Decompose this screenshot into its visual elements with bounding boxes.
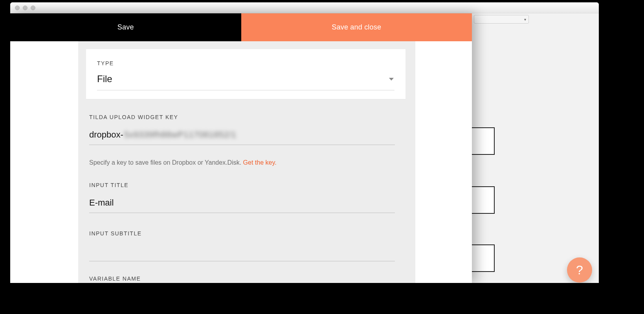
input-title-field: INPUT TITLE	[78, 167, 415, 213]
type-select-value: File	[97, 73, 112, 84]
save-button-label: Save	[117, 23, 134, 31]
background-input-box[interactable]	[471, 186, 495, 214]
window-body: ▾ Save Save and close	[10, 13, 599, 283]
background-select[interactable]: ▾	[474, 15, 529, 24]
chevron-down-icon: ▾	[524, 17, 526, 22]
widget-key-helper: Specify a key to save files on Dropbox o…	[78, 145, 415, 167]
variable-name-label: VARIABLE NAME	[89, 275, 395, 282]
input-title-input[interactable]	[89, 195, 395, 213]
variable-name-field: VARIABLE NAME	[78, 261, 415, 282]
get-key-link[interactable]: Get the key.	[243, 159, 277, 166]
save-button[interactable]: Save	[10, 13, 241, 41]
help-fab[interactable]: ?	[567, 257, 592, 283]
input-subtitle-input[interactable]	[89, 244, 395, 261]
type-label: TYPE	[97, 60, 394, 66]
save-and-close-button[interactable]: Save and close	[241, 13, 472, 41]
input-subtitle-field: INPUT SUBTITLE	[78, 213, 415, 261]
widget-key-field: TILDA UPLOAD WIDGET KEY dropbox- 5x9339f…	[78, 99, 415, 145]
app-window: ▾ Save Save and close	[10, 2, 599, 283]
type-card: TYPE File	[86, 49, 405, 99]
input-title-label: INPUT TITLE	[89, 182, 395, 188]
window-minimize-dot[interactable]	[23, 6, 28, 10]
window-zoom-dot[interactable]	[31, 6, 35, 10]
question-mark-icon: ?	[576, 263, 583, 277]
chevron-down-icon	[389, 78, 394, 81]
input-subtitle-label: INPUT SUBTITLE	[89, 230, 395, 237]
window-close-dot[interactable]	[15, 6, 20, 10]
background-input-box[interactable]	[471, 127, 495, 155]
modal-header: Save Save and close	[10, 13, 472, 41]
window-titlebar	[10, 2, 599, 13]
settings-modal: Save Save and close TYPE File	[10, 13, 472, 283]
widget-key-helper-text: Specify a key to save files on Dropbox o…	[89, 159, 243, 166]
modal-body: TYPE File TILDA UPLOAD WIDGET KEY dropbo…	[10, 41, 472, 283]
widget-key-input[interactable]: dropbox- 5x9339fh88wP117081852/1	[89, 127, 395, 145]
save-and-close-button-label: Save and close	[332, 23, 381, 31]
widget-key-blurred: 5x9339fh88wP117081852/1	[124, 130, 237, 140]
form-column: TYPE File TILDA UPLOAD WIDGET KEY dropbo…	[78, 41, 415, 283]
widget-key-label: TILDA UPLOAD WIDGET KEY	[89, 114, 395, 120]
type-select[interactable]: File	[97, 73, 394, 90]
background-input-box[interactable]	[471, 244, 495, 272]
widget-key-prefix: dropbox-	[89, 130, 123, 140]
